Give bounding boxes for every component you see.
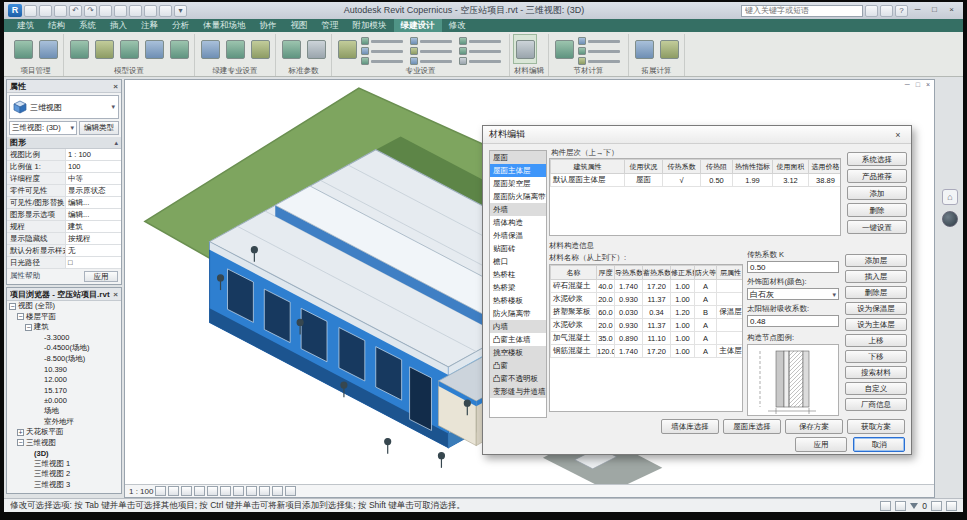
ribbon-tab[interactable]: 管理 <box>315 19 346 32</box>
ribbon-small-button[interactable] <box>578 47 624 55</box>
render-icon[interactable] <box>207 486 218 496</box>
layer-button[interactable]: 搜索材料 <box>845 366 907 379</box>
section-icon[interactable] <box>159 5 172 17</box>
property-value[interactable]: 中等 <box>65 173 121 184</box>
steering-wheel-icon[interactable] <box>942 211 958 227</box>
grip-icon[interactable] <box>946 501 957 511</box>
ribbon-button[interactable] <box>553 35 575 63</box>
ribbon-button[interactable] <box>305 35 327 63</box>
ribbon-tab[interactable]: 注释 <box>134 19 165 32</box>
ribbon-small-button[interactable] <box>459 37 505 45</box>
close-icon[interactable]: × <box>944 4 959 17</box>
ribbon-button[interactable] <box>12 35 34 63</box>
account-icon[interactable] <box>880 5 893 17</box>
layer-button[interactable]: 自定义 <box>845 382 907 395</box>
view-window-controls[interactable]: ─ □ × <box>905 81 932 88</box>
ribbon-button[interactable] <box>37 35 59 63</box>
ribbon-tab[interactable]: 附加模块 <box>346 19 394 32</box>
tree-item[interactable]: ±0.000 <box>7 396 121 407</box>
component-list-item[interactable]: 贴面砖 <box>490 242 546 255</box>
expand-icon[interactable]: − <box>9 303 16 310</box>
component-list-item[interactable]: 檐口 <box>490 255 546 268</box>
qat-menu-icon[interactable]: ▾ <box>174 5 187 17</box>
ribbon-small-button[interactable] <box>459 57 505 65</box>
column-header[interactable]: 传热系数 <box>663 160 701 174</box>
apply-button[interactable]: 应用 <box>795 437 847 452</box>
property-value[interactable]: 编辑... <box>65 209 121 220</box>
ribbon-button[interactable] <box>199 35 221 63</box>
ribbon-button[interactable] <box>224 35 246 63</box>
parameter-input[interactable]: 白石灰 ▾ <box>747 288 839 300</box>
component-list-item[interactable]: 热桥梁 <box>490 281 546 294</box>
ribbon-small-button[interactable] <box>361 47 407 55</box>
layer-button[interactable]: 下移 <box>845 350 907 363</box>
layer-button[interactable]: 上移 <box>845 334 907 347</box>
tree-item[interactable]: -3.3000 <box>7 333 121 344</box>
cancel-button[interactable]: 取消 <box>853 437 905 452</box>
edit-type-button[interactable]: 编辑类型 <box>79 121 119 135</box>
ribbon-tab[interactable]: 建筑 <box>10 19 41 32</box>
filter-icon[interactable] <box>910 503 918 509</box>
column-header[interactable]: 厚度 <box>597 266 615 280</box>
tree-item[interactable]: 三维视图 1 <box>7 459 121 470</box>
instance-selector[interactable]: 三维视图: (3D) ▾ <box>9 121 77 135</box>
layer-button[interactable]: 设为主体层 <box>845 318 907 331</box>
ribbon-tab[interactable]: 体量和场地 <box>196 19 253 32</box>
ribbon-tab[interactable]: 分析 <box>165 19 196 32</box>
property-value[interactable]: 编辑... <box>65 197 121 208</box>
shadows-icon[interactable] <box>194 486 205 496</box>
component-list-item[interactable]: 墙体构造 <box>490 216 546 229</box>
column-header[interactable]: 热惰性指标 <box>733 160 773 174</box>
ribbon-button[interactable] <box>93 35 115 63</box>
column-header[interactable]: 建筑属性 <box>551 160 625 174</box>
property-value[interactable]: 无 <box>65 245 121 256</box>
component-list-item[interactable]: 凸窗 <box>490 359 546 372</box>
property-value[interactable]: 1 : 100 <box>65 149 121 160</box>
component-table-row[interactable]: 默认屋面主体层 屋面 √ 0.50 1.99 3.12 38.89 <box>551 174 842 187</box>
ribbon-button[interactable] <box>658 35 680 63</box>
close-icon[interactable]: × <box>113 290 118 299</box>
reveal-hidden-icon[interactable] <box>259 486 270 496</box>
crop-region-icon[interactable] <box>233 486 244 496</box>
tree-item[interactable]: 三维视图 2 <box>7 469 121 480</box>
worksets-icon[interactable] <box>880 501 891 511</box>
column-header[interactable]: 蓄热系数 <box>643 266 671 280</box>
tag-icon[interactable] <box>129 5 142 17</box>
ribbon-small-button[interactable] <box>578 57 624 65</box>
column-header[interactable]: 层属性 <box>717 266 744 280</box>
library-button[interactable]: 墙体库选择 <box>661 419 719 434</box>
ribbon-small-button[interactable] <box>361 37 407 45</box>
material-row[interactable]: 水泥砂浆 20.0 0.930 11.37 1.00 A <box>551 293 744 306</box>
parameter-input[interactable]: 0.50 <box>747 261 839 273</box>
sync-icon[interactable] <box>54 5 67 17</box>
material-row[interactable]: 挤塑聚苯板 60.0 0.030 0.34 1.20 B 保温层 <box>551 306 744 319</box>
ribbon-small-button[interactable] <box>410 57 456 65</box>
library-button[interactable]: 屋面库选择 <box>723 419 781 434</box>
tree-item[interactable]: 室外地坪 <box>7 417 121 428</box>
layer-button[interactable]: 厂商信息 <box>845 398 907 411</box>
measure-icon[interactable] <box>114 5 127 17</box>
temporary-hide-icon[interactable] <box>246 486 257 496</box>
tree-item[interactable]: 10.390 <box>7 364 121 375</box>
material-row[interactable]: 水泥砂浆 20.0 0.930 11.37 1.00 A <box>551 319 744 332</box>
close-icon[interactable]: × <box>891 130 905 140</box>
ribbon-button[interactable] <box>633 35 655 63</box>
ribbon-tab[interactable]: 结构 <box>41 19 72 32</box>
ribbon-tab[interactable]: 绿建设计 <box>394 19 442 32</box>
ribbon-tab[interactable]: 系统 <box>72 19 103 32</box>
property-value[interactable]: 建筑 <box>65 221 121 232</box>
dialog-button[interactable]: 一键设置 <box>847 220 907 234</box>
layer-button[interactable]: 删除层 <box>845 286 907 299</box>
property-value[interactable]: 按规程 <box>65 233 121 244</box>
ribbon-small-button[interactable] <box>459 47 505 55</box>
home-view-icon[interactable]: ⌂ <box>942 189 958 205</box>
ribbon-button[interactable] <box>249 35 271 63</box>
ribbon-tab[interactable]: 插入 <box>103 19 134 32</box>
tree-item[interactable]: 场地 <box>7 406 121 417</box>
print-icon[interactable] <box>99 5 112 17</box>
column-header[interactable]: 使用面积 <box>773 160 809 174</box>
library-button[interactable]: 获取方案 <box>847 419 905 434</box>
column-header[interactable]: 导热系数 <box>615 266 643 280</box>
ribbon-small-button[interactable] <box>361 57 407 65</box>
redo-icon[interactable]: ↷ <box>84 5 97 17</box>
